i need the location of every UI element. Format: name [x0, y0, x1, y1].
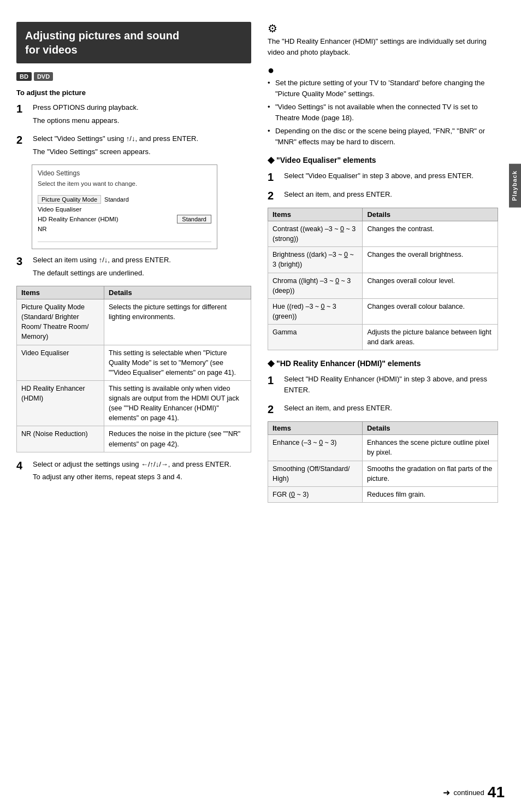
step-2-number: 2 [16, 133, 28, 146]
hd-item-1: Smoothing (Off/Standard/ High) [268, 461, 363, 486]
ve-detail-3: Changes overall colour balance. [363, 298, 498, 324]
item-cell-1: Video Equaliser [17, 345, 104, 380]
hd-detail-2: Reduces film grain. [362, 486, 498, 502]
dialog-value-picture-quality: Standard [104, 196, 129, 203]
hd-reality-table: Items Details Enhance (–3 ~ 0 ~ 3) Enhan… [268, 421, 498, 503]
dialog-body-text: Select the item you want to change. [38, 180, 137, 187]
dialog-label-nr: NR [38, 226, 47, 232]
step-4-content: Select or adjust the settings using ←/↑/… [33, 459, 251, 485]
bd-badge: BD [16, 72, 32, 81]
item-cell-0: Picture Quality Mode (Standard/ Brighter… [17, 299, 104, 345]
hd-item-2: FGR (0 ~ 3) [268, 486, 363, 502]
hd-details-header: Details [362, 422, 498, 435]
video-settings-dialog: Video Settings Select the item you want … [32, 164, 217, 249]
bold-note-block: ● Set the picture setting of your TV to … [268, 64, 498, 147]
table-row: Brightness ((dark) –3 ~ 0 ~ 3 (bright)) … [268, 247, 498, 273]
dvd-badge: DVD [34, 72, 53, 81]
details-col-header: Details [104, 286, 251, 299]
dialog-title: Video Settings [38, 169, 211, 177]
hd-step-1-number: 1 [268, 374, 280, 387]
gear-icon: ⚙ [268, 22, 498, 35]
page-number: 41 [488, 784, 505, 801]
dialog-items-list: Picture Quality Mode Standard Video Equa… [38, 195, 211, 244]
video-equaliser-section-heading: ◆ "Video Equaliser" elements [268, 155, 498, 165]
dialog-item-0: Picture Quality Mode Standard [38, 195, 211, 204]
table-row: Hue ((red) –3 ~ 0 ~ 3 (green)) Changes o… [268, 298, 498, 324]
step-3-number: 3 [16, 255, 28, 268]
ve-detail-0: Changes the contrast. [363, 221, 498, 247]
footer-continued: ➜ continued 41 [443, 784, 505, 801]
dialog-label-hd-reality: HD Reality Enhancer (HDMI) [38, 216, 119, 222]
hd-step-2: 2 Select an item, and press ENTER. [268, 403, 498, 416]
dialog-item-1: Video Equaliser [38, 205, 211, 213]
table-row: NR (Noise Reduction) Reduces the noise i… [17, 426, 251, 452]
table-row: HD Reality Enhancer (HDMI) This setting … [17, 380, 251, 426]
detail-cell-0: Selects the picture settings for differe… [104, 299, 251, 345]
list-item: Set the picture setting of your TV to 'S… [268, 78, 498, 99]
playback-side-tab: Playback [509, 164, 521, 208]
gear-note-text: The "HD Reality Enhancer (HDMI)" setting… [268, 36, 498, 57]
step-1-number: 1 [16, 102, 28, 115]
diamond-icon-1: ◆ [268, 155, 274, 165]
page-title-box: Adjusting pictures and sound for videos [16, 22, 251, 63]
arrow-right-icon: ➜ [443, 787, 450, 798]
diamond-icon-2: ◆ [268, 358, 274, 368]
step-4-number: 4 [16, 459, 28, 472]
table-row: Enhance (–3 ~ 0 ~ 3) Enhances the scene … [268, 435, 498, 461]
item-cell-3: NR (Noise Reduction) [17, 426, 104, 452]
list-item: Depending on the disc or the scene being… [268, 126, 498, 147]
detail-cell-3: Reduces the noise in the picture (see ""… [104, 426, 251, 452]
detail-cell-1: This setting is selectable when "Picture… [104, 345, 251, 380]
hd-step-1: 1 Select "HD Reality Enhancer (HDMI)" in… [268, 374, 498, 397]
ve-detail-4: Adjusts the picture balance between ligh… [363, 325, 498, 350]
ve-details-header: Details [363, 208, 498, 221]
bold-note-list: Set the picture setting of your TV to 'S… [268, 78, 498, 147]
gear-note-block: ⚙ The "HD Reality Enhancer (HDMI)" setti… [268, 22, 498, 57]
dialog-standard-badge: Standard [177, 215, 211, 223]
detail-cell-2: This setting is available only when vide… [104, 380, 251, 426]
hd-item-0: Enhance (–3 ~ 0 ~ 3) [268, 435, 363, 461]
page-title: Adjusting pictures and sound for videos [25, 28, 242, 57]
table-row: Contrast ((weak) –3 ~ 0 ~ 3 (strong)) Ch… [268, 221, 498, 247]
step-3-content: Select an item using ↑/↓, and press ENTE… [33, 255, 251, 280]
table-row: Video Equaliser This setting is selectab… [17, 345, 251, 380]
table-row: Smoothing (Off/Standard/ High) Smooths t… [268, 461, 498, 486]
step-2-content: Select "Video Settings" using ↑/↓, and p… [33, 133, 251, 159]
bold-note-icon: ● [268, 64, 498, 77]
ve-detail-2: Changes overall colour level. [363, 273, 498, 298]
ve-detail-1: Changes the overall brightness. [363, 247, 498, 273]
dialog-bottom-line [38, 242, 211, 244]
ve-item-4: Gamma [268, 325, 363, 350]
adjust-picture-heading: To adjust the picture [16, 89, 251, 97]
dialog-label-picture-quality: Picture Quality Mode [38, 195, 101, 204]
hd-step-1-content: Select "HD Reality Enhancer (HDMI)" in s… [284, 374, 498, 397]
table-row: FGR (0 ~ 3) Reduces film grain. [268, 486, 498, 502]
video-equaliser-table: Items Details Contrast ((weak) –3 ~ 0 ~ … [268, 208, 498, 350]
step-4: 4 Select or adjust the settings using ←/… [16, 459, 251, 485]
ve-step-2: 2 Select an item, and press ENTER. [268, 189, 498, 202]
ve-item-2: Chroma ((light) –3 ~ 0 ~ 3 (deep)) [268, 273, 363, 298]
hd-step-2-number: 2 [268, 403, 280, 416]
format-badges: BD DVD [16, 72, 251, 81]
ve-step-1: 1 Select "Video Equaliser" in step 3 abo… [268, 170, 498, 184]
list-item: "Video Settings" is not available when t… [268, 102, 498, 123]
hd-reality-section-heading: ◆ "HD Reality Enhancer (HDMI)" elements [268, 358, 498, 368]
dialog-item-2: HD Reality Enhancer (HDMI) Standard [38, 214, 211, 224]
item-cell-2: HD Reality Enhancer (HDMI) [17, 380, 104, 426]
table-row: Gamma Adjusts the picture balance betwee… [268, 325, 498, 350]
hd-detail-0: Enhances the scene picture outline pixel… [362, 435, 498, 461]
ve-step-1-content: Select "Video Equaliser" in step 3 above… [284, 170, 498, 184]
ve-items-header: Items [268, 208, 363, 221]
table-row: Chroma ((light) –3 ~ 0 ~ 3 (deep)) Chang… [268, 273, 498, 298]
dialog-item-3: NR [38, 225, 211, 233]
hd-step-2-content: Select an item, and press ENTER. [284, 403, 498, 416]
ve-step-2-number: 2 [268, 189, 280, 202]
hd-items-header: Items [268, 422, 363, 435]
step-3: 3 Select an item using ↑/↓, and press EN… [16, 255, 251, 280]
continued-label: continued [453, 789, 484, 797]
ve-item-0: Contrast ((weak) –3 ~ 0 ~ 3 (strong)) [268, 221, 363, 247]
hd-detail-1: Smooths the gradation on flat parts of t… [362, 461, 498, 486]
items-col-header: Items [17, 286, 104, 299]
step-2: 2 Select "Video Settings" using ↑/↓, and… [16, 133, 251, 159]
ve-step-1-number: 1 [268, 170, 280, 184]
